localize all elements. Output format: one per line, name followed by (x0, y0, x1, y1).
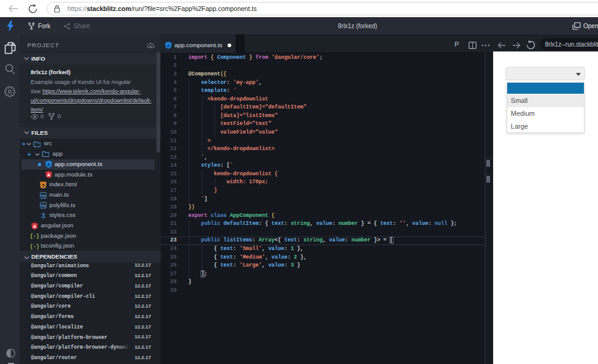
svg-text:A: A (47, 162, 51, 167)
svg-text:3: 3 (41, 212, 45, 219)
svg-text:TS: TS (41, 204, 46, 208)
svg-text:TS: TS (41, 194, 46, 197)
svg-text:{-}: {-} (31, 234, 39, 240)
svg-text:A: A (47, 172, 51, 178)
svg-text:5: 5 (42, 183, 44, 188)
svg-text:A: A (33, 223, 37, 229)
svg-text:A: A (167, 42, 171, 48)
svg-text:{-}: {-} (31, 244, 39, 250)
